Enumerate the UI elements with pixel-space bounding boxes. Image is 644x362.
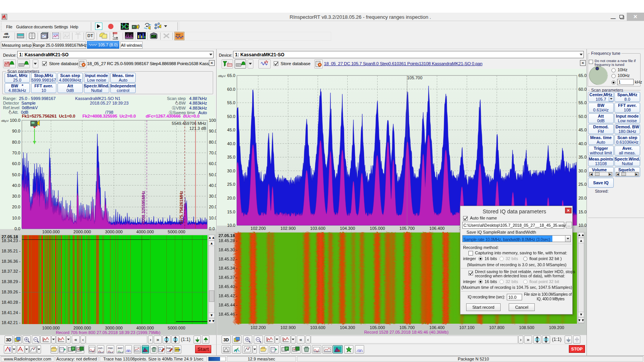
svg-text:109.200: 109.200 <box>549 325 564 330</box>
svg-text:50.0: 50.0 <box>12 172 20 177</box>
svg-text:60.0: 60.0 <box>209 161 216 166</box>
svg-text:106.400: 106.400 <box>429 226 445 231</box>
svg-text:25.0: 25.0 <box>227 182 235 187</box>
svg-text:102.900: 102.900 <box>281 325 296 330</box>
svg-text:102.200: 102.200 <box>251 226 266 231</box>
svg-text:80.0: 80.0 <box>209 140 216 144</box>
svg-text:15.0: 15.0 <box>227 210 235 214</box>
svg-text:30.0: 30.0 <box>209 194 216 198</box>
svg-text:107.800: 107.800 <box>489 325 504 330</box>
svg-text:18.41.24 -: 18.41.24 - <box>2 310 21 315</box>
svg-text:20.0: 20.0 <box>227 196 235 200</box>
svg-text:Record 705 from 800 27.05.2: Record 705 from 800 27.05.2018 18:39:23 … <box>56 330 161 335</box>
svg-text:?: ? <box>33 347 34 350</box>
svg-text:dBμV: dBμV <box>218 74 226 78</box>
svg-text:55.0: 55.0 <box>578 100 586 105</box>
svg-text:40.0: 40.0 <box>227 141 235 146</box>
svg-text:40.0: 40.0 <box>209 183 216 188</box>
svg-text:65.0: 65.0 <box>227 74 235 78</box>
svg-text:18.45.34 -: 18.45.34 - <box>219 266 238 270</box>
svg-text:3000.000: 3000.000 <box>105 229 123 234</box>
svg-text:80.0: 80.0 <box>12 140 20 144</box>
svg-text:70.0: 70.0 <box>12 151 20 155</box>
svg-text:107.100: 107.100 <box>459 325 475 330</box>
svg-text:0.0: 0.0 <box>209 226 215 231</box>
svg-text:106.400: 106.400 <box>429 325 445 330</box>
svg-text:55.0: 55.0 <box>227 100 235 105</box>
svg-text:18.45.37 -: 18.45.37 - <box>219 275 238 280</box>
svg-text:10.0: 10.0 <box>209 216 216 220</box>
svg-text:10.0: 10.0 <box>578 223 586 228</box>
svg-text:4008.325595MHz: 4008.325595MHz <box>141 191 146 224</box>
svg-text:3000.000: 3000.000 <box>105 326 123 330</box>
svg-text:108.500: 108.500 <box>519 325 534 330</box>
svg-text:15.0: 15.0 <box>578 210 586 214</box>
svg-text:102.200: 102.200 <box>251 325 266 330</box>
svg-text:30.0: 30.0 <box>578 169 586 173</box>
svg-text:Record 1528 27.05.2018 18:45:4: Record 1528 27.05.2018 18:45:46 (40.36Mb… <box>364 330 449 334</box>
svg-text:18.36.36 -: 18.36.36 - <box>2 259 21 264</box>
svg-text:18.35.21 -: 18.35.21 - <box>2 249 21 253</box>
svg-text:♫: ♫ <box>227 61 229 64</box>
svg-text:105.700: 105.700 <box>399 325 415 330</box>
svg-text:5549.459706 MHz: 5549.459706 MHz <box>172 121 206 126</box>
svg-text:103.600: 103.600 <box>310 226 325 231</box>
svg-text:40.0: 40.0 <box>12 183 20 188</box>
svg-text:20.0: 20.0 <box>12 205 20 209</box>
svg-text:90.0: 90.0 <box>12 129 20 133</box>
svg-text:100.0: 100.0 <box>209 119 216 123</box>
svg-text:1000.000: 1000.000 <box>42 229 60 234</box>
svg-text:27.05.18: 27.05.18 <box>219 233 235 238</box>
svg-text:0.0: 0.0 <box>15 226 20 231</box>
svg-text:90.0: 90.0 <box>209 129 216 133</box>
svg-text:40.0: 40.0 <box>578 141 586 146</box>
svg-text:50.0: 50.0 <box>209 172 216 177</box>
svg-text:105.000: 105.000 <box>370 325 385 330</box>
svg-text:18.45.30 -: 18.45.30 - <box>219 247 238 252</box>
svg-text:max: max <box>166 347 171 349</box>
svg-text:30.0: 30.0 <box>12 194 20 198</box>
svg-text:60.0: 60.0 <box>12 161 20 166</box>
svg-text:30.0: 30.0 <box>227 169 235 173</box>
svg-text:10.0: 10.0 <box>12 216 20 220</box>
svg-text:100.0: 100.0 <box>10 119 20 123</box>
svg-text:104.300: 104.300 <box>340 325 355 330</box>
svg-text:18.45.28 -: 18.45.28 - <box>219 238 238 243</box>
svg-text:121.3 dB: 121.3 dB <box>189 126 206 131</box>
svg-text:18.45.44 -: 18.45.44 - <box>219 303 238 307</box>
svg-text:103.600: 103.600 <box>310 325 325 330</box>
svg-text:5000.000: 5000.000 <box>168 229 186 234</box>
svg-text:2000.000: 2000.000 <box>74 326 91 330</box>
svg-text:50.0: 50.0 <box>227 114 235 119</box>
svg-text:18.40.28 -: 18.40.28 - <box>2 300 21 305</box>
svg-text:18.45.32 -: 18.45.32 - <box>219 257 238 261</box>
svg-text:5000.000: 5000.000 <box>168 326 186 330</box>
svg-text:2000.000: 2000.000 <box>74 229 91 234</box>
svg-text:105.700: 105.700 <box>407 75 422 80</box>
svg-text:102.900: 102.900 <box>281 226 296 231</box>
svg-text:45.0: 45.0 <box>227 128 235 132</box>
svg-text:18.39.26 -: 18.39.26 - <box>2 290 21 294</box>
svg-text:?: ? <box>247 347 249 350</box>
svg-text:35.0: 35.0 <box>227 155 235 159</box>
svg-text:stop: stop <box>176 33 181 36</box>
svg-text:18.37.32 -: 18.37.32 - <box>2 269 21 274</box>
svg-text:5275.756261MHz: 5275.756261MHz <box>179 191 184 224</box>
svg-text:10.0: 10.0 <box>227 223 235 228</box>
svg-text:18.45.42 -: 18.45.42 - <box>219 293 238 298</box>
svg-text:60.0: 60.0 <box>578 87 586 92</box>
svg-text:18.42.21 -: 18.42.21 - <box>2 320 21 325</box>
svg-text:35.0: 35.0 <box>578 155 586 159</box>
svg-text:25.0: 25.0 <box>578 182 586 187</box>
svg-text:105.700: 105.700 <box>399 226 415 231</box>
svg-text:104.300: 104.300 <box>340 226 355 231</box>
svg-text:20.0: 20.0 <box>578 196 586 200</box>
svg-text:65.0: 65.0 <box>578 74 586 78</box>
svg-text:1000.000: 1000.000 <box>42 326 60 330</box>
svg-text:105.000: 105.000 <box>370 226 385 231</box>
svg-text:45.0: 45.0 <box>578 128 586 132</box>
svg-text:50.0: 50.0 <box>578 114 586 119</box>
svg-text:18.38.29 -: 18.38.29 - <box>2 279 21 284</box>
svg-text:dBμV: dBμV <box>1 119 9 123</box>
svg-text:4000.000: 4000.000 <box>136 326 154 330</box>
